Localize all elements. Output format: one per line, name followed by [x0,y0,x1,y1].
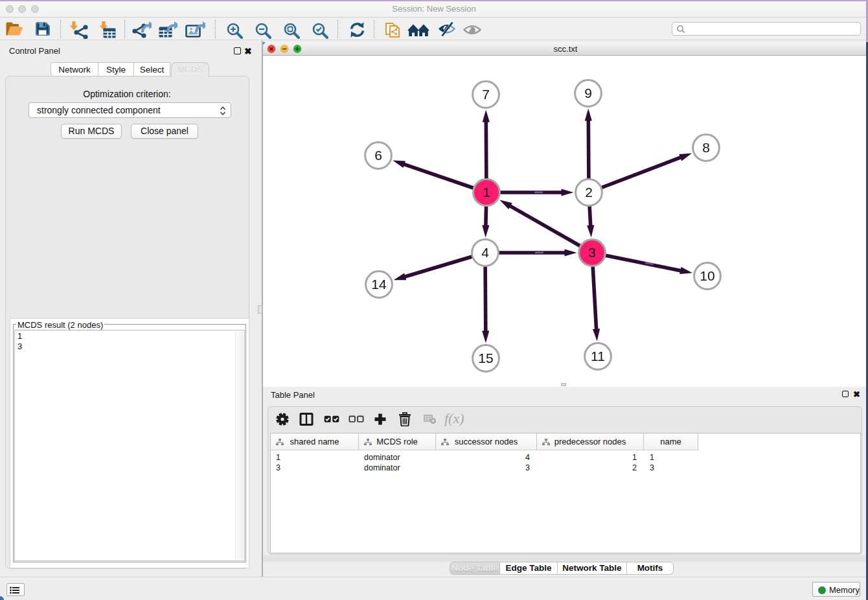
svg-text:10: 10 [700,268,714,283]
svg-text:15: 15 [478,351,493,365]
svg-text:8: 8 [702,140,710,155]
svg-text:1: 1 [483,185,490,200]
svg-text:7: 7 [482,87,490,102]
svg-text:2: 2 [585,185,593,200]
svg-text:4: 4 [481,245,489,260]
svg-text:3: 3 [588,245,596,260]
svg-text:9: 9 [584,86,592,100]
svg-text:6: 6 [374,148,382,163]
svg-text:14: 14 [371,277,387,292]
svg-text:11: 11 [591,349,605,363]
